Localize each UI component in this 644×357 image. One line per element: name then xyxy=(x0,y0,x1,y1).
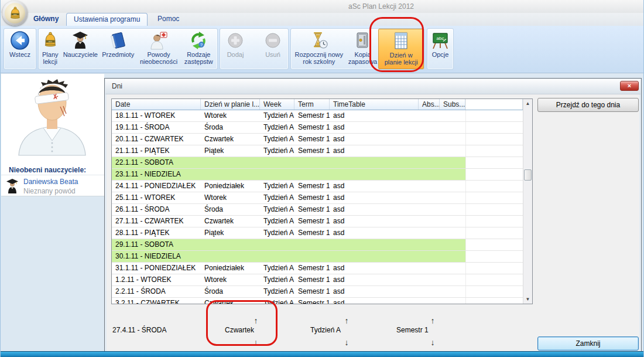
table-row[interactable]: 25.1.11 - WTOREKWtorekTydzień ASemestr 1… xyxy=(112,192,523,204)
table-row[interactable]: 22.1.11 - SOBOTA xyxy=(112,157,523,169)
tab-pomoc[interactable]: Pomoc xyxy=(150,13,186,26)
scrollbar-thumb[interactable] xyxy=(524,169,532,181)
column-header-day[interactable]: Dzień w planie l... xyxy=(201,99,260,110)
day-spinner-up-icon[interactable]: ↑ xyxy=(250,317,262,326)
column-header-subs[interactable]: Subs... xyxy=(440,99,465,110)
column-header-abs[interactable]: Abs... xyxy=(419,99,440,110)
goto-day-button[interactable]: Przejdź do tego dnia xyxy=(537,98,639,112)
table-row[interactable]: 2.2.11 - ŚRODAŚrodaTydzień ASemestr 1asd xyxy=(112,286,523,298)
table-cell xyxy=(440,239,465,250)
table-cell xyxy=(419,169,440,180)
backup-button[interactable]: Kopia zapasowa xyxy=(347,29,379,69)
table-cell xyxy=(419,157,440,168)
svg-text:abc: abc xyxy=(437,36,444,41)
table-row[interactable]: 27.1.11 - CZWARTEKCzwartekTydzień ASemes… xyxy=(112,216,523,227)
scroll-down-icon[interactable]: ▼ xyxy=(523,295,532,304)
powody-nieobecnosci-button[interactable]: Powody nieobecności xyxy=(137,29,180,69)
table-cell xyxy=(440,181,465,192)
column-header-date[interactable]: Date xyxy=(112,99,201,110)
rodzaje-zastepstw-button[interactable]: ? Rodzaje zastępstw xyxy=(180,29,217,69)
table-cell: Środa xyxy=(201,204,260,215)
table-cell-filler xyxy=(465,122,523,133)
days-table: Date Dzień w planie l... Week Term TimeT… xyxy=(111,98,533,304)
ribbon-group-back: Wstecz xyxy=(4,28,36,70)
plany-lekcji-button[interactable]: asc Plany lekcji xyxy=(39,29,62,69)
table-row[interactable]: 23.1.11 - NIEDZIELA xyxy=(112,169,523,181)
table-row[interactable]: 20.1.11 - CZWARTEKCzwartekTydzień ASemes… xyxy=(112,134,523,145)
dialog-close-icon[interactable]: × xyxy=(620,81,639,91)
column-header-timetable[interactable]: TimeTable xyxy=(330,99,419,110)
table-row[interactable]: 18.1.11 - WTOREKWtorekTydzień ASemestr 1… xyxy=(112,110,523,122)
table-cell: Semestr 1 xyxy=(294,145,330,157)
day-spinner-down-icon[interactable]: ↓ xyxy=(250,338,262,348)
table-cell xyxy=(419,286,440,297)
ribbon-group-entities: asc Plany lekcji Nauczyciele xyxy=(38,28,218,70)
scroll-up-icon[interactable]: ▲ xyxy=(523,99,532,108)
table-cell: Semestr 1 xyxy=(294,263,330,274)
back-arrow-icon xyxy=(10,30,30,50)
nauczyciele-label: Nauczyciele xyxy=(63,51,98,58)
day-in-timetable-button[interactable]: Dzień w planie lekcji xyxy=(378,29,424,69)
table-row[interactable]: 31.1.11 - PONIEDZIAŁEKPoniedziałekTydzie… xyxy=(112,263,523,274)
back-button[interactable]: Wstecz xyxy=(5,29,35,69)
table-row[interactable]: 29.1.11 - SOBOTA xyxy=(112,239,523,251)
add-button[interactable]: Dodaj xyxy=(221,29,250,69)
przedmioty-button[interactable]: Przedmioty xyxy=(99,29,137,69)
table-cell xyxy=(440,157,465,168)
table-cell xyxy=(330,157,419,168)
new-school-year-label: Rozpocznij nowy rok szkolny xyxy=(295,51,344,65)
week-spinner-down-icon[interactable]: ↓ xyxy=(341,338,352,348)
table-cell xyxy=(419,298,440,304)
ribbon-group-options: abc Opcje xyxy=(427,28,454,70)
table-row[interactable]: 3.2.11 - CZWARTEKCzwartekTydzień ASemest… xyxy=(112,298,523,304)
table-cell: Poniedziałek xyxy=(201,263,260,274)
table-cell: 28.1.11 - PIĄTEK xyxy=(112,227,201,239)
svg-text:asc: asc xyxy=(49,40,53,43)
table-cell: Czwartek xyxy=(201,298,260,304)
remove-button[interactable]: Usuń xyxy=(258,29,287,69)
teacher-icon xyxy=(70,30,90,50)
absent-teachers-header: Nieobecni nauczyciele: xyxy=(9,166,86,174)
table-cell: Tydzień A xyxy=(260,134,294,145)
absent-teacher-name[interactable]: Daniewska Beata xyxy=(23,178,78,186)
new-school-year-button[interactable]: Rozpocznij nowy rok szkolny xyxy=(291,29,347,69)
table-row[interactable]: 30.1.11 - NIEDZIELA xyxy=(112,251,523,263)
chalkboard-icon: abc xyxy=(430,30,450,50)
week-spinner-up-icon[interactable]: ↑ xyxy=(341,317,352,326)
table-cell: asd xyxy=(330,145,419,157)
remove-button-label: Usuń xyxy=(265,51,280,58)
table-cell: Czwartek xyxy=(201,216,260,227)
options-label: Opcje xyxy=(432,51,449,58)
table-cell xyxy=(440,286,465,297)
table-cell-filler xyxy=(465,274,523,285)
table-cell xyxy=(440,227,465,239)
dialog-titlebar[interactable]: Dni xyxy=(105,79,640,94)
table-cell xyxy=(440,145,465,157)
options-button[interactable]: abc Opcje xyxy=(427,29,453,69)
table-row[interactable]: 26.1.11 - ŚRODAŚrodaTydzień ASemestr 1as… xyxy=(112,204,523,216)
vertical-scrollbar[interactable]: ▲ ▼ xyxy=(523,99,532,304)
table-row[interactable]: 21.1.11 - PIĄTEKPiątekTydzień ASemestr 1… xyxy=(112,145,523,157)
table-cell xyxy=(419,204,440,215)
table-cell xyxy=(440,192,465,203)
column-header-filler xyxy=(465,99,523,110)
table-cell xyxy=(419,181,440,192)
table-cell-filler xyxy=(465,192,523,203)
close-dialog-button[interactable]: Zamknij xyxy=(537,336,639,351)
app-menu-button[interactable]: asc xyxy=(2,1,28,26)
table-row[interactable]: 1.2.11 - WTOREKWtorekTydzień ASemestr 1a… xyxy=(112,274,523,286)
window-titlebar[interactable]: aSc Plan Lekcji 2012 xyxy=(1,0,643,13)
table-cell xyxy=(260,157,294,168)
term-spinner-down-icon[interactable]: ↓ xyxy=(427,338,439,348)
table-row[interactable]: 24.1.11 - PONIEDZIAŁEKPoniedziałekTydzie… xyxy=(112,181,523,192)
tab-ustawienia-programu[interactable]: Ustawienia programu xyxy=(66,13,148,26)
table-row[interactable]: 19.1.11 - ŚRODAŚrodaTydzień ASemestr 1as… xyxy=(112,122,523,134)
table-cell: Środa xyxy=(201,286,260,297)
table-cell-filler xyxy=(465,298,523,304)
table-row[interactable]: 28.1.11 - PIĄTEKPiątekTydzień ASemestr 1… xyxy=(112,227,523,239)
term-spinner-up-icon[interactable]: ↑ xyxy=(427,317,439,326)
tab-glowny[interactable]: Główny xyxy=(26,13,66,26)
column-header-week[interactable]: Week xyxy=(260,99,294,110)
column-header-term[interactable]: Term xyxy=(294,99,330,110)
nauczyciele-button[interactable]: Nauczyciele xyxy=(62,29,99,69)
